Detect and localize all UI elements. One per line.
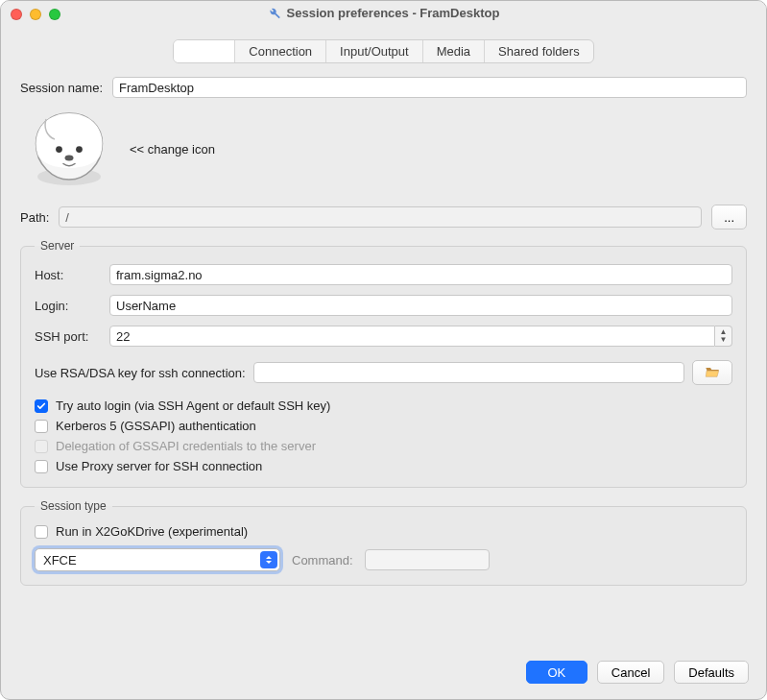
traffic-lights bbox=[1, 9, 60, 20]
folder-open-icon bbox=[705, 365, 720, 381]
footer: OK Cancel Defaults bbox=[1, 651, 766, 699]
session-type-legend: Session type bbox=[35, 499, 112, 513]
wrench-icon bbox=[268, 7, 281, 20]
change-icon-link[interactable]: << change icon bbox=[130, 142, 215, 157]
server-grid: Host: Login: SSH port: ▲ ▼ bbox=[35, 264, 732, 347]
tab-media[interactable]: Media bbox=[423, 40, 485, 62]
ellipsis-icon: ... bbox=[724, 210, 734, 225]
kerberos-checkbox[interactable]: Kerberos 5 (GSSAPI) authentication bbox=[35, 419, 732, 433]
tab-shared-folders[interactable]: Shared folders bbox=[485, 40, 593, 62]
session-type-row: XFCE Command: bbox=[35, 548, 732, 571]
window: Session preferences - FramDesktop Connec… bbox=[0, 0, 767, 700]
checkbox-icon bbox=[35, 525, 48, 539]
svg-point-1 bbox=[56, 146, 62, 153]
session-icon[interactable] bbox=[26, 108, 112, 191]
session-icon-row: << change icon bbox=[26, 108, 747, 191]
session-name-row: Session name: bbox=[20, 77, 747, 98]
session-name-input[interactable] bbox=[112, 77, 747, 98]
tab-input-output[interactable]: Input/Output bbox=[326, 40, 423, 62]
rsa-key-input[interactable] bbox=[253, 362, 684, 383]
session-type-select[interactable]: XFCE bbox=[35, 548, 280, 571]
zoom-window-button[interactable] bbox=[49, 9, 60, 20]
sshport-stepper[interactable]: ▲ ▼ bbox=[715, 326, 732, 347]
tab-session[interactable] bbox=[174, 40, 235, 62]
checkbox-icon bbox=[35, 440, 48, 453]
tab-bar: Connection Input/Output Media Shared fol… bbox=[20, 39, 747, 63]
kdrive-checkbox[interactable]: Run in X2GoKDrive (experimental) bbox=[35, 524, 732, 539]
rsa-key-label: Use RSA/DSA key for ssh connection: bbox=[35, 366, 246, 380]
svg-point-3 bbox=[65, 156, 74, 161]
proxy-checkbox[interactable]: Use Proxy server for SSH connection bbox=[35, 459, 732, 473]
close-window-button[interactable] bbox=[11, 9, 22, 20]
login-input[interactable] bbox=[109, 295, 732, 316]
cancel-button[interactable]: Cancel bbox=[597, 661, 664, 684]
select-caret-icon bbox=[260, 551, 277, 568]
path-label: Path: bbox=[20, 210, 49, 225]
path-row: Path: ... bbox=[20, 205, 747, 229]
window-title: Session preferences - FramDesktop bbox=[287, 6, 500, 20]
autologin-checkbox[interactable]: Try auto login (via SSH Agent or default… bbox=[35, 398, 732, 413]
kdrive-label: Run in X2GoKDrive (experimental) bbox=[56, 524, 248, 539]
path-input bbox=[59, 206, 702, 228]
rsa-key-browse-button[interactable] bbox=[692, 360, 732, 385]
chevron-down-icon: ▼ bbox=[720, 336, 728, 344]
login-label: Login: bbox=[35, 299, 102, 313]
server-group: Server Host: Login: SSH port: ▲ ▼ Use RS… bbox=[20, 239, 747, 488]
checkbox-icon bbox=[35, 399, 48, 413]
server-legend: Server bbox=[35, 239, 80, 253]
checkbox-icon bbox=[35, 460, 48, 473]
sshport-field: ▲ ▼ bbox=[109, 326, 732, 347]
delegation-label: Delegation of GSSAPI credentials to the … bbox=[56, 439, 316, 453]
defaults-button[interactable]: Defaults bbox=[674, 661, 749, 684]
tab-connection[interactable]: Connection bbox=[235, 40, 326, 62]
rsa-key-row: Use RSA/DSA key for ssh connection: bbox=[35, 360, 732, 385]
server-check-list: Try auto login (via SSH Agent or default… bbox=[35, 398, 732, 473]
command-label: Command: bbox=[292, 553, 353, 567]
kerberos-label: Kerberos 5 (GSSAPI) authentication bbox=[56, 419, 256, 433]
path-browse-button[interactable]: ... bbox=[711, 205, 747, 229]
titlebar: Session preferences - FramDesktop bbox=[1, 1, 766, 28]
autologin-label: Try auto login (via SSH Agent or default… bbox=[56, 398, 330, 413]
host-input[interactable] bbox=[109, 264, 732, 285]
svg-point-2 bbox=[76, 146, 83, 153]
session-type-value: XFCE bbox=[43, 553, 77, 567]
delegation-checkbox: Delegation of GSSAPI credentials to the … bbox=[35, 439, 732, 453]
proxy-label: Use Proxy server for SSH connection bbox=[56, 459, 262, 473]
sshport-input[interactable] bbox=[109, 326, 715, 347]
ok-button[interactable]: OK bbox=[526, 661, 587, 684]
minimize-window-button[interactable] bbox=[30, 9, 41, 20]
session-name-label: Session name: bbox=[20, 81, 103, 95]
session-type-group: Session type Run in X2GoKDrive (experime… bbox=[20, 499, 747, 586]
command-input bbox=[365, 549, 490, 570]
checkbox-icon bbox=[35, 420, 48, 433]
host-label: Host: bbox=[35, 268, 102, 282]
content-area: Connection Input/Output Media Shared fol… bbox=[1, 28, 766, 651]
sshport-label: SSH port: bbox=[35, 329, 102, 344]
